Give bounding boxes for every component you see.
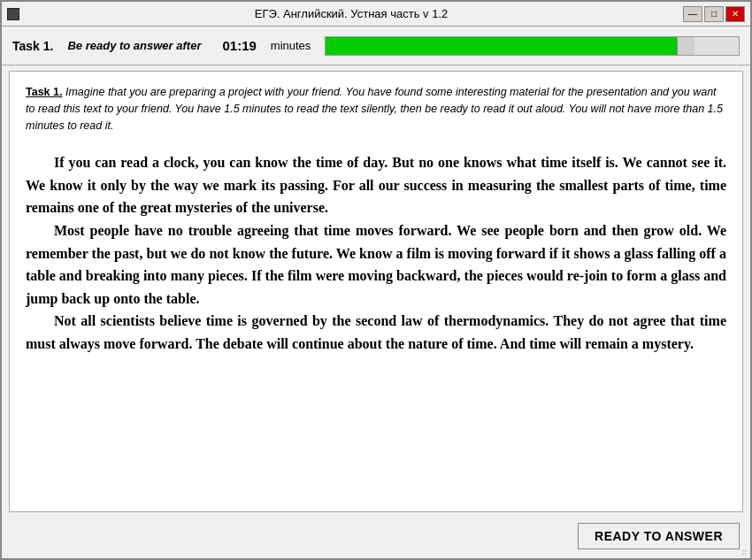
task-instruction-label: Task 1. xyxy=(26,86,62,98)
title-bar-controls: — □ ✕ xyxy=(683,6,745,22)
maximize-button[interactable]: □ xyxy=(704,6,724,22)
toolbar-instruction: Be ready to answer after xyxy=(67,39,201,52)
title-bar: ЕГЭ. Английский. Устная часть v 1.2 — □ … xyxy=(2,2,750,27)
footer: READY TO ANSWER xyxy=(2,518,750,558)
window-icon xyxy=(7,8,19,20)
task-instruction: Task 1. Imagine that you are preparing a… xyxy=(26,84,726,134)
reading-paragraph-2: Most people have no trouble agreeing tha… xyxy=(26,219,726,310)
minimize-button[interactable]: — xyxy=(683,6,702,22)
reading-text: If you can read a clock, you can know th… xyxy=(26,151,726,355)
toolbar-minutes-label: minutes xyxy=(271,39,311,52)
ready-to-answer-button[interactable]: READY TO ANSWER xyxy=(578,523,740,549)
toolbar-task-label: Task 1. xyxy=(12,39,53,53)
progress-bar-fill xyxy=(326,37,677,55)
reading-paragraph-1: If you can read a clock, you can know th… xyxy=(26,151,726,219)
progress-bar-thumb xyxy=(677,37,694,55)
content-area: Task 1. Imagine that you are preparing a… xyxy=(9,71,743,512)
close-button[interactable]: ✕ xyxy=(725,6,745,22)
progress-bar xyxy=(325,36,740,56)
resize-handle[interactable]: :: xyxy=(741,547,747,556)
toolbar-time-display: 01:19 xyxy=(222,38,256,53)
task-instruction-body: Imagine that you are preparing a project… xyxy=(26,86,723,132)
main-window: ЕГЭ. Английский. Устная часть v 1.2 — □ … xyxy=(0,0,752,560)
reading-paragraph-3: Not all scientists believe time is gover… xyxy=(26,310,726,355)
toolbar: Task 1. Be ready to answer after 01:19 m… xyxy=(2,27,750,65)
window-title: ЕГЭ. Английский. Устная часть v 1.2 xyxy=(19,7,683,20)
